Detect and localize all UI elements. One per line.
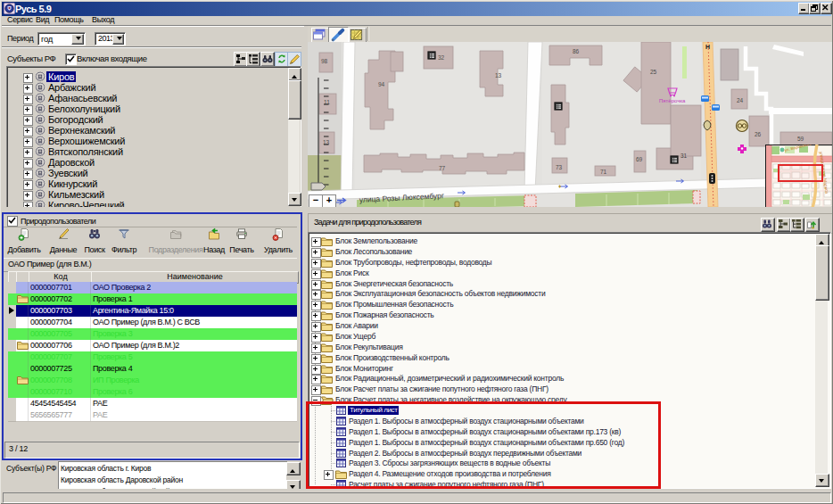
svg-text:69: 69	[636, 156, 643, 162]
svg-text:13: 13	[495, 72, 502, 78]
svg-text:94: 94	[378, 81, 385, 87]
svg-text:73: 73	[556, 164, 563, 170]
svg-text:98: 98	[321, 58, 328, 64]
svg-text:77: 77	[439, 165, 446, 171]
svg-text:Пятёрочка: Пятёрочка	[659, 98, 686, 103]
svg-text:32: 32	[438, 54, 445, 61]
svg-text:71: 71	[600, 169, 607, 175]
svg-text:H: H	[705, 44, 710, 50]
svg-text:59: 59	[797, 136, 804, 142]
svg-text:86: 86	[573, 48, 580, 54]
svg-text:24: 24	[737, 97, 744, 103]
svg-text:26: 26	[755, 131, 762, 137]
svg-text:25: 25	[650, 69, 657, 75]
svg-text:31: 31	[680, 153, 688, 159]
